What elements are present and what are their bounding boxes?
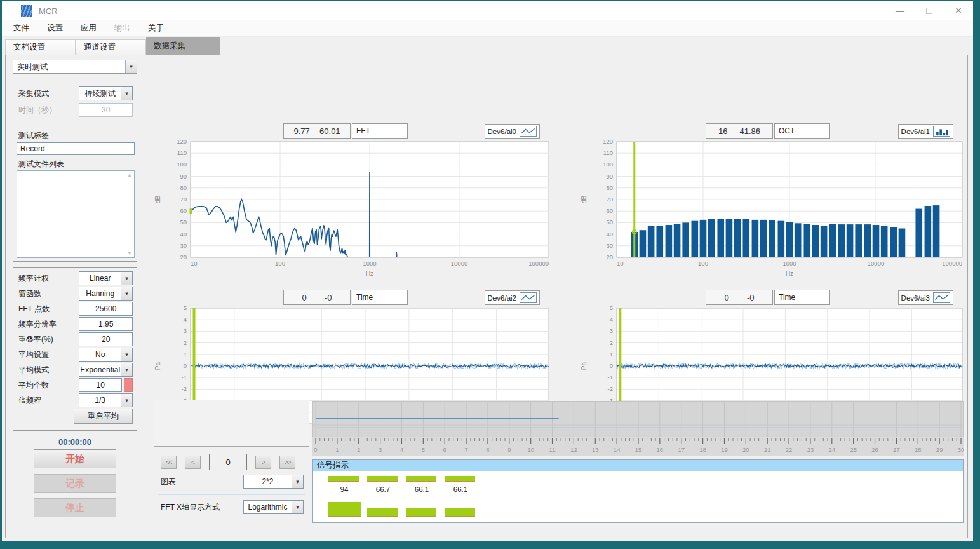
menu-about[interactable]: 关于 (139, 23, 173, 34)
param-label: 频率分辨率 (18, 319, 79, 330)
param-row: 平均设置No▾ (18, 348, 133, 362)
scroll-up-icon[interactable]: ▲ (127, 172, 132, 178)
chart-layout-row: 图表 2*2 ▾ (161, 475, 304, 489)
record-timeline[interactable]: 0123456789101112131415161718192021222324… (312, 401, 964, 456)
menu-file[interactable]: 文件 (4, 23, 38, 34)
acquisition-mode-select[interactable]: 持续测试 ▾ (79, 86, 133, 100)
svg-text:70: 70 (180, 196, 187, 203)
restart-average-button[interactable]: 重启平均 (74, 409, 133, 424)
svg-text:2: 2 (184, 339, 187, 346)
svg-text:120: 120 (177, 139, 187, 145)
scroll-down-icon[interactable]: ▼ (127, 250, 132, 256)
channel-label: Dev6/ai2 (488, 294, 516, 302)
channel-selector[interactable]: Dev6/ai0 (485, 124, 540, 139)
param-input[interactable]: 25600 (79, 302, 133, 316)
signal-channel: 94 (328, 471, 361, 522)
chart-type-field[interactable]: FFT (352, 123, 408, 139)
readout-value: 0 (724, 293, 728, 302)
chevron-down-icon[interactable]: ▾ (121, 87, 132, 100)
time-input: 30 (79, 103, 133, 117)
cursor-readout: 0-0 (706, 290, 773, 305)
test-type-select[interactable]: 实时测试 ▾ (13, 60, 137, 74)
channel-selector[interactable]: Dev6/ai2 (485, 290, 540, 305)
elapsed-timer: 00:00:00 (13, 437, 137, 447)
svg-text:15: 15 (635, 446, 642, 453)
svg-text:22: 22 (786, 446, 793, 453)
param-label: 平均模式 (18, 365, 79, 376)
fft-axis-row: FFT X轴显示方式 Logarithmic ▾ (161, 500, 304, 514)
chart-type-field[interactable]: Time (774, 290, 830, 305)
svg-text:3: 3 (610, 327, 613, 334)
fft-axis-value: Logarithmic (244, 503, 292, 512)
chart-type-field[interactable]: Time (352, 290, 408, 305)
chart-plot-fft[interactable]: 2030405060708090100110120101001000100001… (151, 139, 558, 281)
chart-header: 9.7760.01FFTDev6/ai0 (151, 123, 558, 139)
svg-text:18: 18 (699, 446, 706, 453)
svg-text:5: 5 (610, 306, 613, 311)
param-label: 重叠率(%) (18, 334, 79, 345)
chevron-down-icon[interactable]: ▾ (292, 475, 303, 488)
tab-data-acquisition[interactable]: 数据采集 (146, 37, 220, 55)
nav-last-button[interactable]: >> (279, 456, 295, 469)
cursor-readout: 1641.86 (706, 123, 773, 139)
title-bar: MCR — × (2, 1, 973, 20)
param-input[interactable]: 10 (79, 378, 122, 392)
menu-application[interactable]: 应用 (72, 23, 105, 34)
fft-axis-select[interactable]: Logarithmic ▾ (243, 500, 304, 514)
menu-bar: 文件 设置 应用 输出 关于 (2, 20, 973, 37)
param-select[interactable]: 1/3▾ (79, 393, 133, 407)
svg-text:-1: -1 (608, 374, 613, 381)
nav-prev-button[interactable]: < (185, 456, 201, 469)
test-label-input[interactable]: Record (17, 142, 135, 155)
channel-selector[interactable]: Dev6/ai1 (898, 124, 953, 139)
param-select[interactable]: Exponential▾ (79, 363, 133, 377)
maximize-button[interactable] (915, 1, 944, 20)
param-select[interactable]: Linear▾ (79, 271, 133, 285)
chevron-down-icon[interactable]: ▾ (292, 501, 303, 513)
test-file-list[interactable]: ▲ ▼ (17, 170, 135, 258)
timeline-svg[interactable]: 0123456789101112131415161718192021222324… (312, 401, 964, 456)
nav-position-field[interactable]: 0 (209, 454, 247, 470)
maximize-icon (926, 8, 932, 14)
param-input[interactable]: 20 (79, 332, 133, 346)
chevron-down-icon[interactable]: ▾ (121, 394, 132, 407)
param-row: 重叠率(%)20 (18, 332, 133, 346)
readout-value: 9.77 (293, 126, 309, 136)
nav-next-button[interactable]: > (255, 456, 271, 469)
svg-text:120: 120 (603, 139, 613, 145)
close-button[interactable]: × (944, 1, 973, 20)
chart-type-field[interactable]: OCT (774, 123, 830, 139)
signal-level-value: 66.7 (366, 485, 399, 493)
param-select[interactable]: Hanning▾ (79, 287, 133, 301)
preview-box (154, 400, 309, 447)
chevron-down-icon[interactable]: ▾ (121, 272, 132, 285)
nav-first-button[interactable]: << (161, 456, 177, 469)
start-button[interactable]: 开始 (34, 449, 116, 468)
chevron-down-icon[interactable]: ▾ (121, 348, 132, 361)
svg-text:30: 30 (606, 242, 613, 249)
chart-plot-oct[interactable]: 2030405060708090100110120101001000100001… (577, 139, 971, 281)
scrollbar[interactable]: ▲ ▼ (125, 171, 134, 257)
channel-selector[interactable]: Dev6/ai3 (898, 290, 953, 305)
tab-channel-settings[interactable]: 通道设置 (76, 39, 146, 55)
param-select[interactable]: No▾ (79, 348, 133, 362)
svg-text:1: 1 (184, 351, 187, 358)
signal-peak-bar (445, 476, 475, 482)
svg-text:10: 10 (191, 260, 198, 267)
chevron-down-icon[interactable]: ▾ (121, 363, 132, 376)
svg-text:4: 4 (184, 316, 187, 323)
menu-settings[interactable]: 设置 (38, 23, 72, 34)
param-label: 平均设置 (18, 349, 79, 360)
svg-text:11: 11 (549, 446, 556, 453)
divider (17, 125, 133, 125)
chevron-down-icon[interactable]: ▾ (125, 60, 137, 73)
menu-output: 输出 (105, 23, 139, 34)
param-input[interactable]: 1.95 (79, 317, 133, 331)
chevron-down-icon[interactable]: ▾ (121, 287, 132, 300)
chart-layout-select[interactable]: 2*2 ▾ (243, 475, 304, 489)
cursor-readout: 9.7760.01 (283, 123, 351, 139)
minimize-button[interactable]: — (885, 1, 915, 20)
tab-document-settings[interactable]: 文档设置 (5, 39, 76, 55)
acquisition-mode-value: 持续测试 (79, 88, 121, 99)
signal-level-value: 66.1 (405, 485, 438, 493)
